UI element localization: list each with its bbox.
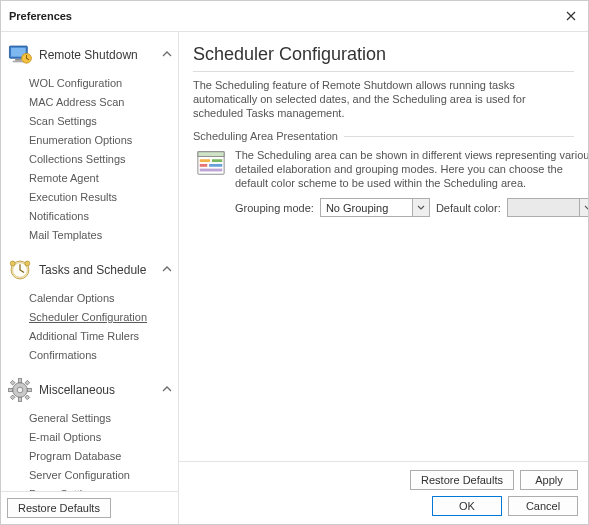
svg-rect-2	[15, 59, 22, 61]
apply-button[interactable]: Apply	[520, 470, 578, 490]
monitor-icon	[7, 42, 33, 68]
svg-rect-12	[18, 397, 21, 401]
main-footer: Restore Defaults Apply OK Cancel	[179, 461, 588, 524]
close-icon[interactable]	[562, 7, 580, 25]
section-title: Remote Shutdown	[39, 48, 156, 62]
calendar-view-icon	[195, 148, 227, 180]
sidebar-restore-defaults-button[interactable]: Restore Defaults	[7, 498, 111, 518]
svg-rect-23	[200, 164, 208, 167]
restore-defaults-button[interactable]: Restore Defaults	[410, 470, 514, 490]
sidebar-scroll: Remote Shutdown WOL Configuration MAC Ad…	[1, 38, 178, 491]
svg-rect-17	[10, 395, 15, 400]
chevron-down-icon	[579, 199, 588, 216]
titlebar: Preferences	[1, 1, 588, 31]
section-title: Miscellaneous	[39, 383, 156, 397]
default-color-select[interactable]	[507, 198, 588, 217]
fieldset-text: The Scheduling area can be shown in diff…	[235, 148, 588, 190]
section-items-miscellaneous: General Settings E-mail Options Program …	[1, 407, 178, 491]
sidebar-item-scan-settings[interactable]: Scan Settings	[1, 112, 178, 131]
preferences-window: Preferences	[0, 0, 589, 525]
sidebar-item-calendar-options[interactable]: Calendar Options	[1, 289, 178, 308]
section-header-remote-shutdown[interactable]: Remote Shutdown	[1, 38, 178, 72]
sidebar-item-mail-templates[interactable]: Mail Templates	[1, 226, 178, 245]
chevron-down-icon	[412, 199, 429, 216]
svg-rect-15	[10, 380, 15, 385]
fieldset-right: The Scheduling area can be shown in diff…	[235, 148, 588, 217]
svg-rect-18	[25, 395, 30, 400]
page-title: Scheduler Configuration	[193, 42, 574, 71]
page-description: The Scheduling feature of Remote Shutdow…	[193, 78, 574, 120]
fieldset-line	[344, 136, 574, 137]
sidebar-item-additional-time-rulers[interactable]: Additional Time Rulers	[1, 327, 178, 346]
svg-rect-11	[18, 379, 21, 383]
sidebar-item-execution-results[interactable]: Execution Results	[1, 188, 178, 207]
title-separator	[193, 71, 574, 72]
svg-rect-20	[198, 152, 224, 157]
svg-point-8	[25, 261, 30, 266]
sidebar-item-general-settings[interactable]: General Settings	[1, 409, 178, 428]
section-header-miscellaneous[interactable]: Miscellaneous	[1, 373, 178, 407]
sidebar-item-enumeration-options[interactable]: Enumeration Options	[1, 131, 178, 150]
chevron-up-icon	[162, 264, 172, 276]
chevron-up-icon	[162, 384, 172, 396]
sidebar-item-collections-settings[interactable]: Collections Settings	[1, 150, 178, 169]
section-title: Tasks and Schedule	[39, 263, 156, 277]
section-items-remote-shutdown: WOL Configuration MAC Address Scan Scan …	[1, 72, 178, 253]
sidebar-item-program-database[interactable]: Program Database	[1, 447, 178, 466]
gear-icon	[7, 377, 33, 403]
sidebar: Remote Shutdown WOL Configuration MAC Ad…	[1, 32, 179, 524]
sidebar-item-notifications[interactable]: Notifications	[1, 207, 178, 226]
svg-rect-14	[27, 388, 31, 391]
grouping-mode-label: Grouping mode:	[235, 202, 314, 214]
sidebar-item-wol-configuration[interactable]: WOL Configuration	[1, 74, 178, 93]
fieldset-scheduling-area: Scheduling Area Presentation	[193, 130, 574, 217]
grouping-mode-select[interactable]: No Grouping	[320, 198, 430, 217]
fieldset-label-text: Scheduling Area Presentation	[193, 130, 338, 142]
chevron-up-icon	[162, 49, 172, 61]
sidebar-footer: Restore Defaults	[1, 491, 178, 524]
clock-icon	[7, 257, 33, 283]
fieldset-label: Scheduling Area Presentation	[193, 130, 574, 142]
cancel-button[interactable]: Cancel	[508, 496, 578, 516]
svg-rect-22	[212, 159, 222, 162]
section-items-tasks-schedule: Calendar Options Scheduler Configuration…	[1, 287, 178, 373]
svg-rect-25	[200, 169, 223, 172]
main-content: Scheduler Configuration The Scheduling f…	[179, 32, 588, 461]
section-header-tasks-schedule[interactable]: Tasks and Schedule	[1, 253, 178, 287]
svg-point-7	[10, 261, 15, 266]
svg-point-10	[17, 387, 23, 393]
window-title: Preferences	[9, 10, 72, 22]
ok-button[interactable]: OK	[432, 496, 502, 516]
svg-rect-24	[209, 164, 222, 167]
svg-rect-16	[25, 380, 30, 385]
default-color-label: Default color:	[436, 202, 501, 214]
sidebar-item-mac-address-scan[interactable]: MAC Address Scan	[1, 93, 178, 112]
sidebar-item-email-options[interactable]: E-mail Options	[1, 428, 178, 447]
main-panel: Scheduler Configuration The Scheduling f…	[179, 32, 588, 524]
svg-rect-21	[200, 159, 210, 162]
sidebar-item-remote-agent[interactable]: Remote Agent	[1, 169, 178, 188]
sidebar-item-confirmations[interactable]: Confirmations	[1, 346, 178, 365]
svg-rect-13	[9, 388, 13, 391]
sidebar-item-scheduler-configuration[interactable]: Scheduler Configuration	[1, 308, 178, 327]
fieldset-body: The Scheduling area can be shown in diff…	[193, 142, 574, 217]
grouping-mode-value: No Grouping	[326, 202, 388, 214]
sidebar-item-server-configuration[interactable]: Server Configuration	[1, 466, 178, 485]
body: Remote Shutdown WOL Configuration MAC Ad…	[1, 31, 588, 524]
controls-row: Grouping mode: No Grouping Default color…	[235, 198, 588, 217]
